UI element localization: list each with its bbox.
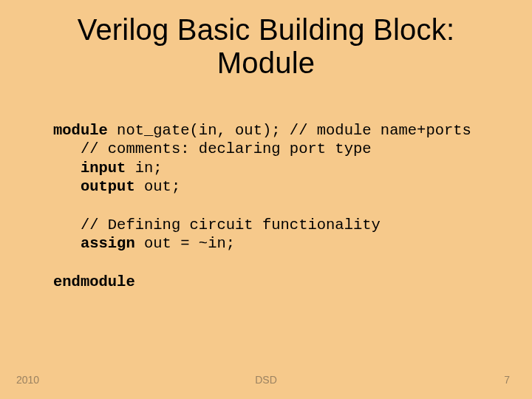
code-kw-output: output (53, 178, 135, 195)
code-l4-rest: out; (135, 178, 181, 195)
code-kw-endmodule: endmodule (53, 273, 135, 290)
footer-course: DSD (255, 374, 277, 386)
code-block: module not_gate(in, out); // module name… (53, 121, 502, 292)
code-l2: // comments: declaring port type (53, 140, 372, 157)
code-l6: // Defining circuit functionality (53, 216, 381, 233)
code-l3-rest: in; (126, 160, 162, 177)
code-kw-input: input (53, 160, 126, 177)
title-line-1: Verilog Basic Building Block: (78, 13, 455, 46)
code-l1-rest: not_gate(in, out); // module name+ports (108, 122, 471, 139)
slide-title: Verilog Basic Building Block: Module (30, 13, 502, 80)
code-kw-assign: assign (53, 235, 135, 252)
title-line-2: Module (217, 47, 315, 79)
code-l7-rest: out = ~in; (135, 235, 235, 252)
footer-year: 2010 (16, 374, 39, 386)
slide: Verilog Basic Building Block: Module mod… (0, 0, 532, 399)
code-kw-module: module (53, 122, 108, 139)
footer-page-number: 7 (504, 374, 510, 386)
